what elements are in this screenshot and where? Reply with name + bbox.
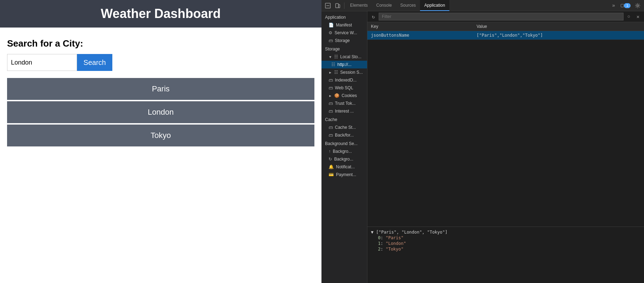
filter-refresh-icon[interactable]: ↻: [370, 13, 377, 20]
gear-icon: ⚙: [329, 30, 332, 35]
inspect-icon[interactable]: [323, 1, 333, 11]
preview-item: 1: "London": [371, 241, 640, 246]
table-cell-key: jsonButtonsName: [367, 31, 473, 40]
app-title: Weather Dashboard: [101, 6, 220, 21]
sidebar-section-cache: Cache: [321, 115, 367, 124]
grid-icon-2: ☷: [331, 62, 335, 67]
preview-array-label: ["Paris", "London", "Tokyo"]: [376, 230, 447, 235]
sidebar-item-local-storage[interactable]: ▼ ☷ Local Sto...: [321, 53, 367, 61]
city-button[interactable]: Tokyo: [7, 125, 314, 146]
device-toolbar-icon[interactable]: [333, 1, 343, 11]
devtools-preview: ▼ ["Paris", "London", "Tokyo"]0: "Paris"…: [367, 227, 644, 283]
sidebar-section-application: Application: [321, 13, 367, 21]
search-label: Search for a City:: [7, 38, 314, 49]
devtools-table-area: Key Value jsonButtonsName["Paris","Londo…: [367, 22, 644, 227]
db-icon-4: 🗃: [329, 101, 333, 106]
devtools-panel: Elements Console Sources Application » 1: [321, 0, 644, 283]
sidebar-item-service-worker[interactable]: ⚙ Service W...: [321, 29, 367, 37]
city-button[interactable]: London: [7, 101, 314, 123]
sidebar-item-http-localhost[interactable]: ☷ http://...: [321, 61, 367, 68]
sidebar-item-notifications[interactable]: 🔔 Notificat...: [321, 163, 367, 171]
sidebar-section-storage: Storage: [321, 44, 367, 53]
tab-console[interactable]: Console: [372, 0, 396, 11]
sidebar-section-background: Background Se...: [321, 139, 367, 147]
preview-value: "Tokyo": [386, 247, 404, 252]
search-row: Search: [7, 54, 314, 71]
grid-icon-3: ☷: [334, 70, 338, 75]
payment-icon: 💳: [329, 172, 334, 177]
sidebar-item-indexed-db[interactable]: 🗃 IndexedD...: [321, 76, 367, 84]
db-icon-6: 🗃: [329, 125, 333, 130]
expand-triangle-icon: ▼: [371, 230, 376, 235]
up-arrow-icon: ↑: [329, 149, 331, 154]
tab-application[interactable]: Application: [420, 0, 449, 11]
doc-icon: 📄: [329, 23, 334, 28]
table-cell-value: ["Paris","London","Tokyo"]: [473, 31, 644, 40]
sidebar-item-session-storage[interactable]: ► ☷ Session S...: [321, 68, 367, 76]
svg-rect-4: [621, 4, 624, 7]
main-app: Weather Dashboard Search for a City: Sea…: [0, 0, 321, 283]
sidebar-item-interest-groups[interactable]: 🗃 Interest ...: [321, 107, 367, 115]
city-buttons-list: ParisLondonTokyo: [7, 78, 314, 146]
devtools-sidebar: Application 📄 Manifest ⚙ Service W... 🗃 …: [321, 11, 367, 283]
more-tabs-button[interactable]: »: [609, 1, 619, 11]
filter-clear-icon[interactable]: ○: [625, 13, 633, 20]
app-body: Search for a City: Search ParisLondonTok…: [0, 28, 321, 283]
settings-icon[interactable]: [633, 1, 643, 11]
sidebar-item-back-forward[interactable]: 🗃 Back/for...: [321, 131, 367, 139]
db-icon: 🗃: [329, 38, 333, 43]
preview-item: 2: "Tokyo": [371, 247, 640, 252]
sidebar-item-cache-storage[interactable]: 🗃 Cache St...: [321, 124, 367, 131]
svg-point-5: [637, 5, 639, 6]
preview-value: "Paris": [386, 235, 404, 240]
col-key-header: Key: [367, 22, 473, 31]
db-icon-7: 🗃: [329, 133, 333, 138]
db-icon-3: 🗃: [329, 85, 333, 90]
db-icon-2: 🗃: [329, 78, 333, 83]
notifications-icon[interactable]: 1: [621, 1, 631, 11]
sidebar-item-background-sync[interactable]: ↻ Backgro...: [321, 155, 367, 163]
sidebar-item-trust-tokens[interactable]: 🗃 Trust Tok...: [321, 100, 367, 107]
kv-table-body: jsonButtonsName["Paris","London","Tokyo"…: [367, 31, 644, 40]
preview-item: 0: "Paris": [371, 235, 640, 240]
sidebar-item-payment-handler[interactable]: 💳 Payment...: [321, 171, 367, 179]
sidebar-item-background-fetch[interactable]: ↑ Backgro...: [321, 147, 367, 155]
table-row[interactable]: jsonButtonsName["Paris","London","Tokyo"…: [367, 31, 644, 40]
sidebar-item-cookies[interactable]: ► 🍪 Cookies: [321, 92, 367, 100]
devtools-filter-bar: ↻ ○ ✕: [367, 11, 644, 22]
tab-separator: [344, 2, 344, 9]
filter-close-icon[interactable]: ✕: [634, 13, 642, 20]
devtools-tab-bar: Elements Console Sources Application » 1: [321, 0, 644, 11]
grid-icon: ☷: [334, 54, 338, 59]
tab-sources[interactable]: Sources: [396, 0, 420, 11]
sidebar-item-manifest[interactable]: 📄 Manifest: [321, 21, 367, 29]
city-button[interactable]: Paris: [7, 78, 314, 100]
search-button[interactable]: Search: [77, 54, 112, 71]
badge-count: 1: [624, 3, 631, 8]
devtools-body: Application 📄 Manifest ⚙ Service W... 🗃 …: [321, 11, 644, 283]
cookie-icon: 🍪: [334, 93, 339, 98]
devtools-tab-right: » 1: [609, 1, 643, 11]
col-value-header: Value: [473, 22, 644, 31]
expand-arrow-icon: ▼: [329, 55, 332, 59]
devtools-main: ↻ ○ ✕ Key Value jsonButtonsName["Paris",…: [367, 11, 644, 283]
sidebar-item-web-sql[interactable]: 🗃 Web SQL: [321, 84, 367, 92]
svg-rect-3: [338, 5, 340, 8]
tab-elements[interactable]: Elements: [346, 0, 372, 11]
app-header: Weather Dashboard: [0, 0, 321, 28]
sidebar-item-storage-summary[interactable]: 🗃 Storage: [321, 37, 367, 44]
kv-table: Key Value jsonButtonsName["Paris","Londo…: [367, 22, 644, 40]
expand-arrow-icon-2: ►: [329, 71, 332, 74]
bell-icon: 🔔: [329, 164, 334, 169]
sync-icon: ↻: [329, 157, 332, 162]
filter-input[interactable]: [379, 13, 624, 20]
preview-array-header: ▼ ["Paris", "London", "Tokyo"]: [371, 230, 640, 235]
city-input[interactable]: [7, 54, 77, 71]
preview-value: "London": [386, 241, 406, 246]
svg-rect-2: [336, 4, 338, 8]
expand-arrow-icon-3: ►: [329, 94, 332, 98]
db-icon-5: 🗃: [329, 109, 333, 114]
